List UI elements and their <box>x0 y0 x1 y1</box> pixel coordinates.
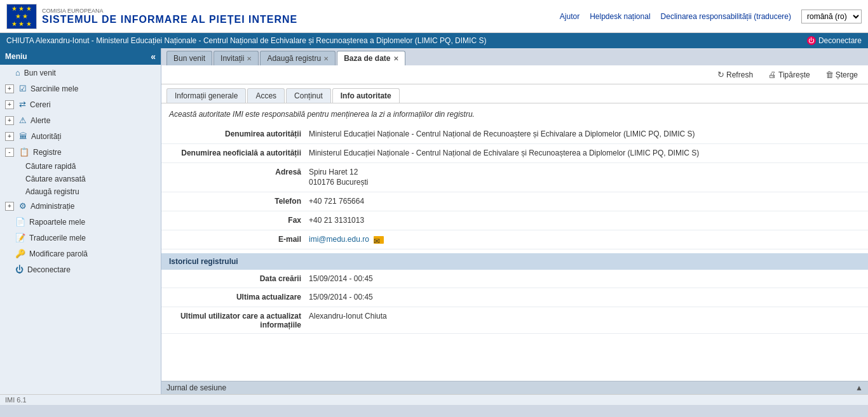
language-select[interactable]: română (ro) English (en) <box>801 10 862 23</box>
sarcinile-link[interactable]: Sarcinile mele <box>31 84 78 93</box>
form-row-telefon: Telefon +40 721 765664 <box>161 192 868 211</box>
autoritati-link[interactable]: Autorități <box>31 132 61 141</box>
form-row-denumirea-neoficiala: Denumirea neoficială a autorității Minis… <box>161 144 868 163</box>
sidebar-power-icon: ⏻ <box>15 265 24 274</box>
declinare-link[interactable]: Declinarea responsabilității (traducere) <box>661 12 791 21</box>
expand-journal-btn[interactable]: ▲ <box>855 383 863 392</box>
tab-adauga-registru[interactable]: Adaugă registru ✕ <box>260 51 336 65</box>
org-small: COMISIA EUROPEANA <box>42 8 297 14</box>
traduceri-icon: 📝 <box>15 233 25 242</box>
email-icon: ✉ <box>374 236 384 244</box>
tab-bun-venit[interactable]: Bun venit <box>166 51 212 65</box>
label-ultima-actualizare: Ultima actualizare <box>169 292 309 301</box>
inner-tab-ig-label: Informații generale <box>175 91 238 100</box>
administratie-link[interactable]: Administrație <box>31 202 74 211</box>
label-adresa: Adresă <box>169 167 309 176</box>
tab-bun-venit-label: Bun venit <box>173 54 205 63</box>
label-email: E-mail <box>169 234 309 244</box>
sidebar-item-rapoarte[interactable]: 📄 Rapoartele mele <box>0 214 161 230</box>
refresh-icon: ↻ <box>717 70 724 79</box>
expand-registre-icon[interactable]: - <box>5 148 14 157</box>
expand-alerte-icon[interactable]: + <box>5 116 14 125</box>
tab-adauga-close[interactable]: ✕ <box>323 55 329 62</box>
sidebar-item-administratie[interactable]: + ⚙ Administrație <box>0 198 161 214</box>
sidebar-item-bun-venit[interactable]: ⌂ Bun venit <box>0 65 161 81</box>
sidebar-title: Meniu <box>5 52 27 61</box>
sidebar-item-parola[interactable]: 🔑 Modificare parolă <box>0 246 161 261</box>
label-denumirea: Denumirea autorității <box>169 129 309 138</box>
value-email: imi@medu.edu.ro ✉ <box>309 234 860 245</box>
value-fax: +40 21 3131013 <box>309 215 860 226</box>
adauga-registru-link[interactable]: Adaugă registru <box>25 185 161 198</box>
tab-invitatii-close[interactable]: ✕ <box>247 55 252 62</box>
expand-cereri-icon[interactable]: + <box>5 100 14 109</box>
label-telefon: Telefon <box>169 196 309 206</box>
tab-adauga-label: Adaugă registru <box>267 54 321 63</box>
info-notice: Această autoritate IMI este responsabilă… <box>169 110 860 119</box>
sidebar-deconectare-link[interactable]: Deconectare <box>27 265 71 274</box>
sidebar-item-sarcinile[interactable]: + ☑ Sarcinile mele <box>0 81 161 96</box>
traduceri-link[interactable]: Traducerile mele <box>29 234 86 242</box>
cereri-link[interactable]: Cereri <box>30 100 51 109</box>
form-row-adresa: Adresă Spiru Haret 12010176 București <box>161 163 868 193</box>
delete-button[interactable]: 🗑 Șterge <box>820 68 863 81</box>
expand-autoritati-icon[interactable]: + <box>5 132 14 141</box>
sidebar-collapse-btn[interactable]: « <box>151 51 156 62</box>
form-row-denumirea: Denumirea autorității Ministerul Educați… <box>161 125 868 144</box>
value-telefon: +40 721 765664 <box>309 196 860 207</box>
expand-admin-icon[interactable]: + <box>5 202 14 211</box>
house-icon: ⌂ <box>15 68 20 77</box>
bottom-bar: Jurnal de sesiune ▲ <box>161 381 868 394</box>
journal-label: Jurnal de sesiune <box>166 383 226 392</box>
label-data-crearii: Data creării <box>169 274 309 283</box>
email-link[interactable]: imi@medu.edu.ro <box>309 235 369 244</box>
version-bar: IMI 6.1 <box>0 394 868 405</box>
print-icon: 🖨 <box>768 70 776 79</box>
sidebar-item-autoritati[interactable]: + 🏛 Autorități <box>0 128 161 144</box>
sidebar-item-deconectare[interactable]: ⏻ Deconectare <box>0 261 161 277</box>
label-ultimul-utilizator: Ultimul utilizator care a actualizat inf… <box>169 311 309 329</box>
registre-link[interactable]: Registre <box>33 148 62 157</box>
main-layout: Meniu « ⌂ Bun venit + ☑ Sarcinile mele +… <box>0 48 868 394</box>
cautare-rapida-link[interactable]: Căutare rapidă <box>25 160 161 173</box>
sidebar-header: Meniu « <box>0 48 161 65</box>
sidebar-item-traduceri[interactable]: 📝 Traducerile mele <box>0 230 161 246</box>
cautare-avansata-link[interactable]: Căutare avansată <box>25 173 161 185</box>
tabs-bar: Bun venit Invitații ✕ Adaugă registru ✕ … <box>161 48 868 65</box>
inner-tab-informatii-generale[interactable]: Informații generale <box>166 88 246 103</box>
helpdesk-link[interactable]: Helpdesk național <box>590 12 650 21</box>
top-header: ★ ★ ★★ ★★ ★ ★ COMISIA EUROPEANA SISTEMUL… <box>0 0 868 33</box>
label-fax: Fax <box>169 215 309 225</box>
refresh-button[interactable]: ↻ Refresh <box>712 68 758 81</box>
value-denumirea-neoficiala: Ministerul Educației Naționale - Centrul… <box>309 148 860 159</box>
ajutor-link[interactable]: Ajutor <box>560 12 580 21</box>
registre-icon: 📋 <box>19 147 29 157</box>
deconectare-link[interactable]: ⏻ Deconectare <box>807 36 862 45</box>
tab-invitatii[interactable]: Invitații ✕ <box>214 51 259 65</box>
bun-venit-link[interactable]: Bun venit <box>24 69 56 77</box>
tab-baza-de-date[interactable]: Baza de date ✕ <box>337 51 405 65</box>
power-icon: ⏻ <box>807 36 816 45</box>
autoritati-icon: 🏛 <box>19 131 27 141</box>
form-content: Această autoritate IMI este responsabilă… <box>161 103 868 381</box>
inner-tab-info-autoritate[interactable]: Info autoritate <box>332 88 400 103</box>
print-button[interactable]: 🖨 Tipărește <box>763 68 815 81</box>
user-title: CHIUTA Alexandru-Ionut - Ministerul Educ… <box>6 36 486 45</box>
logo-area: ★ ★ ★★ ★★ ★ ★ COMISIA EUROPEANA SISTEMUL… <box>6 4 560 29</box>
form-row-ultima-actualizare: Ultima actualizare 15/09/2014 - 00:45 <box>161 288 868 307</box>
alerte-link[interactable]: Alerte <box>31 116 50 125</box>
logo-text: COMISIA EUROPEANA SISTEMUL DE INFORMARE … <box>42 8 297 25</box>
rapoarte-icon: 📄 <box>15 217 25 227</box>
tab-baza-close[interactable]: ✕ <box>393 55 398 62</box>
inner-tabs: Informații generale Acces Conținut Info … <box>161 84 868 103</box>
inner-tab-continut[interactable]: Conținut <box>286 88 331 103</box>
value-denumirea: Ministerul Educației Naționale - Centrul… <box>309 129 860 140</box>
parola-link[interactable]: Modificare parolă <box>29 249 88 258</box>
sidebar-item-cereri[interactable]: + ⇄ Cereri <box>0 96 161 112</box>
sidebar-item-registre[interactable]: - 📋 Registre <box>0 144 161 160</box>
rapoarte-link[interactable]: Rapoartele mele <box>29 218 85 227</box>
expand-sarcinile-icon[interactable]: + <box>5 84 14 93</box>
sidebar-item-alerte[interactable]: + ⚠ Alerte <box>0 112 161 128</box>
inner-tab-acces[interactable]: Acces <box>247 88 285 103</box>
admin-icon: ⚙ <box>19 201 27 211</box>
